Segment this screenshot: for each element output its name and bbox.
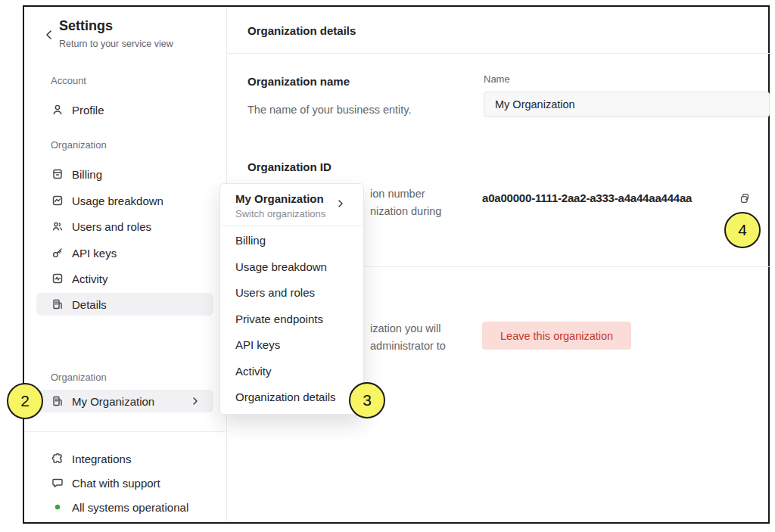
app-window: Settings Return to your service view Acc… <box>23 5 770 524</box>
key-icon <box>51 247 64 259</box>
building-icon <box>51 298 64 310</box>
settings-sidebar: Settings Return to your service view Acc… <box>24 7 227 522</box>
organization-name-input[interactable] <box>484 92 770 117</box>
organization-name-title: Organization name <box>247 75 350 88</box>
person-icon <box>51 104 64 116</box>
speech-bubble-icon <box>51 477 64 489</box>
leave-organization-button[interactable]: Leave this organization <box>482 322 631 350</box>
leave-description-line2: administrator to <box>370 340 446 352</box>
sidebar-item-label: Activity <box>72 272 108 285</box>
copy-icon <box>739 192 751 204</box>
menu-item-organization-details[interactable]: Organization details <box>225 385 359 408</box>
section-label-organization-2: Organization <box>51 372 107 383</box>
organization-id-title: Organization ID <box>247 160 331 173</box>
page: Settings Return to your service view Acc… <box>0 0 775 532</box>
sidebar-item-integrations[interactable]: Integrations <box>36 447 213 470</box>
sidebar-item-label: Users and roles <box>72 220 151 233</box>
annotation-badge-2: 2 <box>7 383 43 419</box>
sidebar-item-chat-with-support[interactable]: Chat with support <box>36 471 213 494</box>
menu-item-users-and-roles[interactable]: Users and roles <box>225 281 359 303</box>
chart-wave-icon <box>51 194 64 207</box>
chevron-left-icon <box>43 29 55 41</box>
sidebar-item-my-organization[interactable]: My Organization <box>36 390 213 412</box>
menu-item-billing[interactable]: Billing <box>225 229 359 251</box>
sidebar-item-billing[interactable]: Billing <box>36 163 213 185</box>
building-icon <box>51 395 64 407</box>
annotation-badge-4: 4 <box>724 212 761 248</box>
sidebar-item-label: API keys <box>72 247 117 260</box>
menu-item-usage-breakdown[interactable]: Usage breakdown <box>225 255 359 278</box>
sidebar-item-label: Usage breakdown <box>72 194 163 207</box>
organization-menu-title: My Organization <box>235 192 324 205</box>
sidebar-item-label: Integrations <box>72 453 131 465</box>
billing-icon <box>51 168 64 180</box>
page-title: Organization details <box>247 24 356 37</box>
organization-name-description: The name of your business entity. <box>247 104 412 116</box>
section-label-organization: Organization <box>51 139 107 151</box>
header-divider <box>227 53 770 54</box>
sidebar-item-label: My Organization <box>72 395 154 408</box>
sidebar-item-details[interactable]: Details <box>36 293 213 316</box>
sidebar-item-label: All systems operational <box>72 501 188 514</box>
organization-id-description-line2: nization during <box>370 205 441 217</box>
sidebar-item-usage-breakdown[interactable]: Usage breakdown <box>36 189 213 212</box>
sidebar-item-api-keys[interactable]: API keys <box>36 241 213 264</box>
section-label-account: Account <box>51 75 86 86</box>
sidebar-item-activity[interactable]: Activity <box>36 267 213 290</box>
organization-id-description-line1: ion number <box>370 188 425 200</box>
sidebar-item-profile[interactable]: Profile <box>36 98 213 121</box>
sidebar-item-label: Billing <box>72 168 102 181</box>
organization-menu: My Organization Switch organizations Bil… <box>219 183 364 415</box>
sidebar-item-users-and-roles[interactable]: Users and roles <box>36 215 213 238</box>
sidebar-subtitle: Return to your service view <box>59 39 173 49</box>
organization-id-value: a0a00000-1111-2aa2-a333-a4a44aa444aa <box>482 191 692 204</box>
menu-divider <box>220 226 363 226</box>
chevron-right-icon <box>189 395 201 407</box>
organization-menu-subtitle[interactable]: Switch organizations <box>235 208 325 219</box>
menu-item-api-keys[interactable]: API keys <box>225 333 359 356</box>
name-field-label: Name <box>484 73 510 85</box>
sidebar-item-label: Chat with support <box>72 477 160 490</box>
annotation-badge-3: 3 <box>349 382 385 418</box>
sidebar-item-system-status[interactable]: All systems operational <box>36 496 213 518</box>
sidebar-divider <box>24 431 226 432</box>
pulse-icon <box>51 272 64 285</box>
sidebar-item-label: Details <box>72 298 107 311</box>
people-icon <box>51 220 64 232</box>
copy-button[interactable] <box>736 189 754 207</box>
menu-item-private-endpoints[interactable]: Private endpoints <box>225 307 359 330</box>
sidebar-item-label: Profile <box>72 104 104 117</box>
puzzle-icon <box>51 453 64 465</box>
menu-item-activity[interactable]: Activity <box>225 359 359 382</box>
status-dot-icon <box>51 501 64 513</box>
chevron-right-icon <box>335 198 347 210</box>
back-button[interactable] <box>42 28 56 42</box>
leave-description-line1: ization you will <box>370 322 441 334</box>
sidebar-title: Settings <box>59 18 113 34</box>
